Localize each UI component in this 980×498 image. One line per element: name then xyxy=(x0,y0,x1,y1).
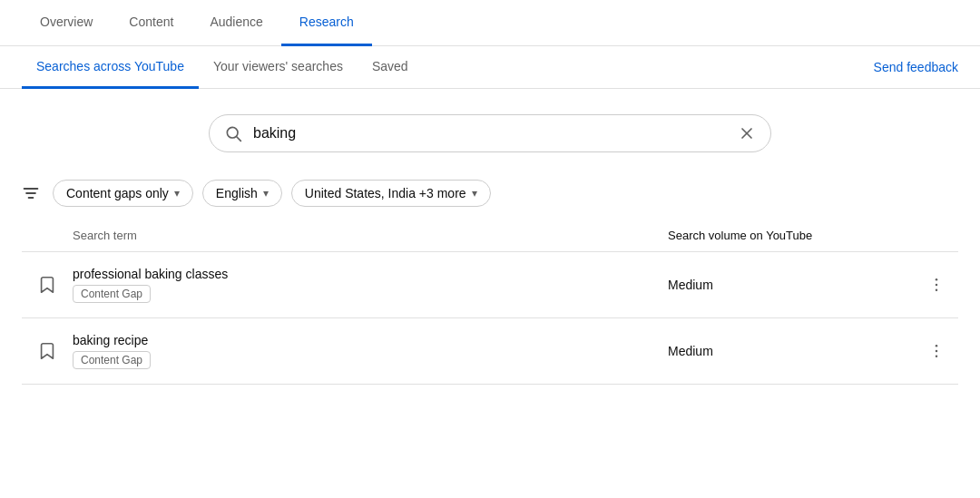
top-nav: Overview Content Audience Research xyxy=(0,0,980,46)
results-table: Search term Search volume on YouTube pro… xyxy=(0,221,980,385)
send-feedback-button[interactable]: Send feedback xyxy=(874,53,958,82)
subtab-saved[interactable]: Saved xyxy=(358,46,423,89)
filter-language[interactable]: English ▾ xyxy=(202,180,282,207)
bookmark-button-0[interactable] xyxy=(22,275,73,295)
bookmark-button-1[interactable] xyxy=(22,341,73,361)
filter-content-gaps-label: Content gaps only xyxy=(66,186,169,200)
tab-audience[interactable]: Audience xyxy=(191,0,280,46)
tab-content[interactable]: Content xyxy=(111,0,191,46)
filter-region[interactable]: United States, India +3 more ▾ xyxy=(291,180,491,207)
chevron-down-icon: ▾ xyxy=(263,187,269,200)
header-search-volume: Search volume on YouTube xyxy=(661,229,915,242)
svg-point-10 xyxy=(936,345,938,347)
row-title-0: professional baking classes xyxy=(73,267,661,281)
filter-language-label: English xyxy=(216,186,258,200)
row-volume-0: Medium xyxy=(661,278,915,292)
filter-region-label: United States, India +3 more xyxy=(305,186,466,200)
chevron-down-icon: ▾ xyxy=(472,187,477,200)
row-title-1: baking recipe xyxy=(73,333,661,347)
sub-nav: Searches across YouTube Your viewers' se… xyxy=(0,46,980,89)
subtab-viewers-searches[interactable]: Your viewers' searches xyxy=(199,46,358,89)
tab-research[interactable]: Research xyxy=(281,0,372,46)
svg-point-8 xyxy=(936,284,938,287)
chevron-down-icon: ▾ xyxy=(174,187,180,200)
table-row: baking recipe Content Gap Medium xyxy=(22,318,958,385)
svg-point-12 xyxy=(936,356,938,358)
more-options-button-0[interactable] xyxy=(915,276,958,294)
tab-overview[interactable]: Overview xyxy=(22,0,111,46)
svg-point-11 xyxy=(936,350,938,353)
filter-content-gaps[interactable]: Content gaps only ▾ xyxy=(53,180,193,207)
header-search-term: Search term xyxy=(73,229,661,242)
svg-point-9 xyxy=(936,289,938,292)
content-gap-badge-0: Content Gap xyxy=(73,285,151,303)
row-content-1: baking recipe Content Gap xyxy=(73,333,661,369)
more-options-button-1[interactable] xyxy=(915,342,958,360)
content-gap-badge-1: Content Gap xyxy=(73,351,151,369)
clear-search-icon[interactable] xyxy=(738,124,756,142)
search-icon xyxy=(224,124,242,142)
search-area xyxy=(0,89,980,171)
svg-line-1 xyxy=(237,137,241,142)
row-volume-1: Medium xyxy=(661,344,915,358)
filter-row: Content gaps only ▾ English ▾ United Sta… xyxy=(0,171,980,221)
svg-point-7 xyxy=(936,278,938,281)
search-box xyxy=(209,114,771,152)
search-input[interactable] xyxy=(253,125,738,142)
table-row: professional baking classes Content Gap … xyxy=(22,252,958,318)
filter-icon-button[interactable] xyxy=(22,184,40,202)
table-header: Search term Search volume on YouTube xyxy=(22,221,958,252)
subtab-searches-across-youtube[interactable]: Searches across YouTube xyxy=(22,46,199,89)
row-content-0: professional baking classes Content Gap xyxy=(73,267,661,303)
